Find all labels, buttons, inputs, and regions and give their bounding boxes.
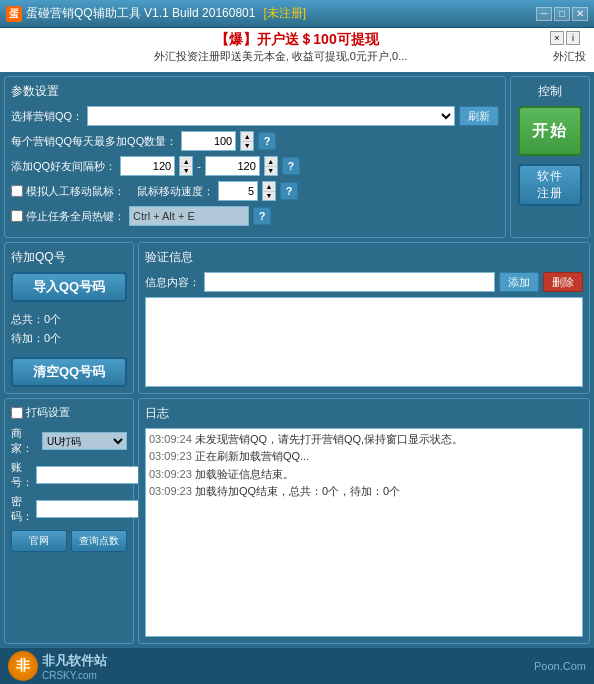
ad-close-button[interactable]: × — [550, 31, 564, 45]
watermark-bar: 非 非凡软件站 CRSKY.com Poon.Com — [0, 648, 594, 684]
spin-down[interactable]: ▼ — [265, 167, 277, 176]
captcha-panel: 打码设置 商家： UU打码 账号： 密码： 官网 — [4, 398, 134, 644]
log-panel: 日志 03:09:24 未发现营销QQ，请先打开营销QQ,保持窗口显示状态。03… — [138, 398, 590, 644]
spin-up[interactable]: ▲ — [263, 182, 275, 192]
logo-text-wrapper: 非凡软件站 CRSKY.com — [42, 652, 107, 681]
qq-select-wrapper — [87, 106, 455, 126]
refresh-button[interactable]: 刷新 — [459, 106, 499, 126]
captcha-password-row: 密码： — [11, 494, 127, 524]
ad-banner: 【爆】开户送＄100可提现 外汇投资注册即送美元本金, 收益可提现,0元开户,0… — [0, 28, 594, 72]
simulate-mouse-checkbox[interactable] — [11, 185, 23, 197]
qq-select[interactable] — [87, 106, 455, 126]
query-button[interactable]: 查询点数 — [71, 530, 127, 552]
log-time: 03:09:23 — [149, 468, 192, 480]
middle-row: 待加QQ号 导入QQ号码 总共：0个 待加：0个 清空QQ号码 验证信息 信息内… — [4, 242, 590, 394]
watermark-right: Poon.Com — [534, 660, 586, 672]
log-entry: 03:09:23 加载验证信息结束。 — [149, 467, 579, 482]
merchant-label: 商家： — [11, 426, 39, 456]
max-add-row: 每个营销QQ每天最多加QQ数量： ▲ ▼ ? — [11, 131, 499, 151]
ad-title[interactable]: 【爆】开户送＄100可提现 — [8, 31, 586, 49]
spin-down[interactable]: ▼ — [241, 142, 253, 151]
hotkey-row: 停止任务全局热键： ? — [11, 206, 499, 226]
params-panel: 参数设置 选择营销QQ： 刷新 每个营销QQ每天最多加QQ数量： ▲ ▼ — [4, 76, 506, 238]
log-time: 03:09:23 — [149, 450, 192, 462]
hotkey-help[interactable]: ? — [253, 207, 271, 225]
verify-list — [145, 297, 583, 387]
site-url: CRSKY.com — [42, 670, 107, 681]
pending-count: 待加：0个 — [11, 331, 127, 346]
interval-label: 添加QQ好友间隔秒： — [11, 159, 116, 174]
control-panel: 控制 开始 软件 注册 — [510, 76, 590, 238]
simulate-mouse-check[interactable]: 模拟人工移动鼠标： — [11, 184, 125, 199]
minimize-button[interactable]: ─ — [536, 7, 552, 21]
verify-content-label: 信息内容： — [145, 275, 200, 290]
top-row: 参数设置 选择营销QQ： 刷新 每个营销QQ每天最多加QQ数量： ▲ ▼ — [4, 76, 590, 238]
ad-subtitle: 外汇投资注册即送美元本金, 收益可提现,0元开户,0... 外汇投 — [8, 49, 586, 64]
captcha-merchant-row: 商家： UU打码 — [11, 426, 127, 456]
main-content: 参数设置 选择营销QQ： 刷新 每个营销QQ每天最多加QQ数量： ▲ ▼ — [0, 72, 594, 648]
verify-panel: 验证信息 信息内容： 添加 删除 — [138, 242, 590, 394]
spin-down[interactable]: ▼ — [263, 192, 275, 201]
import-button[interactable]: 导入QQ号码 — [11, 272, 127, 302]
main-window: 蛋 蛋碰营销QQ辅助工具 V1.1 Build 20160801 [未注册] ─… — [0, 0, 594, 684]
enable-captcha-check[interactable]: 打码设置 — [11, 405, 127, 420]
max-add-input[interactable] — [181, 131, 236, 151]
verify-input-row: 信息内容： 添加 删除 — [145, 272, 583, 292]
hotkey-input[interactable] — [129, 206, 249, 226]
enable-captcha-checkbox[interactable] — [11, 407, 23, 419]
stop-hotkey-check[interactable]: 停止任务全局热键： — [11, 209, 125, 224]
interval-min-input[interactable] — [120, 156, 175, 176]
mouse-speed-input[interactable] — [218, 181, 258, 201]
mouse-speed-help[interactable]: ? — [280, 182, 298, 200]
select-qq-row: 选择营销QQ： 刷新 — [11, 106, 499, 126]
interval-help[interactable]: ? — [282, 157, 300, 175]
site-name: 非凡软件站 — [42, 652, 107, 670]
verify-title: 验证信息 — [145, 249, 583, 266]
simulate-row: 模拟人工移动鼠标： 鼠标移动速度： ▲ ▼ ? — [11, 181, 499, 201]
stop-hotkey-checkbox[interactable] — [11, 210, 23, 222]
spin-up[interactable]: ▲ — [241, 132, 253, 142]
waiting-title: 待加QQ号 — [11, 249, 127, 266]
window-controls: ─ □ ✕ — [536, 7, 588, 21]
app-icon: 蛋 — [6, 6, 22, 22]
captcha-account-row: 账号： — [11, 460, 127, 490]
merchant-select[interactable]: UU打码 — [42, 432, 127, 450]
interval-max-input[interactable] — [205, 156, 260, 176]
spin-up[interactable]: ▲ — [265, 157, 277, 167]
maximize-button[interactable]: □ — [554, 7, 570, 21]
clear-button[interactable]: 清空QQ号码 — [11, 357, 127, 387]
mouse-speed-label: 鼠标移动速度： — [137, 184, 214, 199]
interval-max-spinner[interactable]: ▲ ▼ — [264, 156, 278, 176]
dash-label: - — [197, 160, 201, 172]
log-entry: 03:09:23 正在刷新加载营销QQ... — [149, 449, 579, 464]
control-title: 控制 — [538, 83, 562, 100]
log-time: 03:09:24 — [149, 433, 192, 445]
verify-content-input[interactable] — [204, 272, 495, 292]
ad-info-button[interactable]: i — [566, 31, 580, 45]
max-add-spinner[interactable]: ▲ ▼ — [240, 131, 254, 151]
total-count: 总共：0个 — [11, 312, 127, 327]
interval-min-spinner[interactable]: ▲ ▼ — [179, 156, 193, 176]
spin-up[interactable]: ▲ — [180, 157, 192, 167]
password-label: 密码： — [11, 494, 33, 524]
log-area[interactable]: 03:09:24 未发现营销QQ，请先打开营销QQ,保持窗口显示状态。03:09… — [145, 428, 583, 637]
title-bar: 蛋 蛋碰营销QQ辅助工具 V1.1 Build 20160801 [未注册] ─… — [0, 0, 594, 28]
register-button[interactable]: 软件 注册 — [518, 164, 582, 206]
log-entry: 03:09:24 未发现营销QQ，请先打开营销QQ,保持窗口显示状态。 — [149, 432, 579, 447]
start-button[interactable]: 开始 — [518, 106, 582, 156]
max-add-help[interactable]: ? — [258, 132, 276, 150]
official-button[interactable]: 官网 — [11, 530, 67, 552]
close-button[interactable]: ✕ — [572, 7, 588, 21]
bottom-row: 打码设置 商家： UU打码 账号： 密码： 官网 — [4, 398, 590, 644]
mouse-speed-spinner[interactable]: ▲ ▼ — [262, 181, 276, 201]
log-entry: 03:09:23 加载待加QQ结束，总共：0个，待加：0个 — [149, 484, 579, 499]
verify-del-button[interactable]: 删除 — [543, 272, 583, 292]
waiting-panel: 待加QQ号 导入QQ号码 总共：0个 待加：0个 清空QQ号码 — [4, 242, 134, 394]
select-qq-label: 选择营销QQ： — [11, 109, 83, 124]
logo-icon: 非 — [8, 651, 38, 681]
verify-add-button[interactable]: 添加 — [499, 272, 539, 292]
max-add-label: 每个营销QQ每天最多加QQ数量： — [11, 134, 177, 149]
watermark-logo: 非 非凡软件站 CRSKY.com — [8, 651, 107, 681]
spin-down[interactable]: ▼ — [180, 167, 192, 176]
title-text: 蛋碰营销QQ辅助工具 V1.1 Build 20160801 — [26, 5, 255, 22]
